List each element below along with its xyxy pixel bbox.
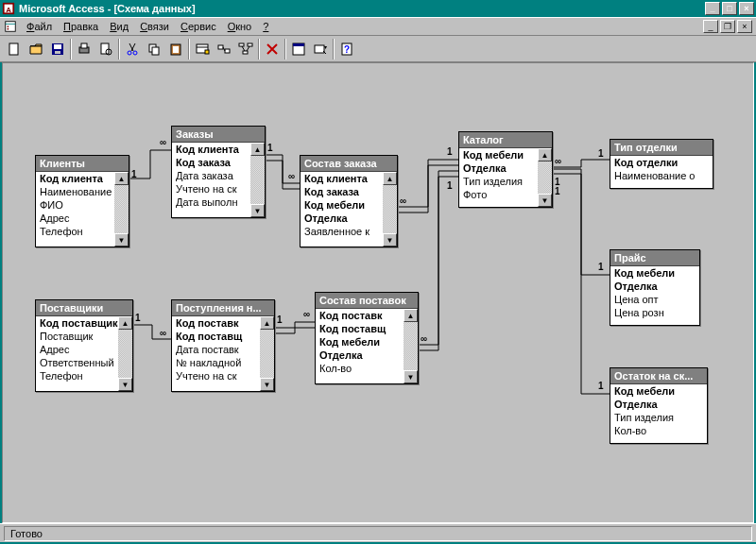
table-field[interactable]: Код отделки — [610, 156, 713, 169]
scroll-down-button[interactable]: ▼ — [260, 378, 274, 391]
help-button[interactable]: ? — [336, 39, 357, 60]
table-field[interactable]: Цена опт — [610, 293, 699, 306]
table-field[interactable]: Код поставк — [316, 309, 404, 322]
scroll-up-button[interactable]: ▲ — [538, 148, 552, 162]
scrollbar[interactable]: ▲▼ — [260, 316, 274, 391]
menu-связи[interactable]: Связи — [134, 19, 175, 34]
mdi-restore-button[interactable]: ❐ — [720, 20, 735, 33]
table-field[interactable]: Код мебели — [316, 335, 404, 348]
table-field[interactable]: Адрес — [36, 343, 118, 356]
db-window-button[interactable] — [288, 39, 309, 60]
scrollbar[interactable]: ▲▼ — [114, 172, 129, 246]
table-field[interactable]: Код мебели — [459, 148, 538, 162]
scrollbar[interactable]: ▲▼ — [538, 148, 552, 207]
table-field[interactable]: Дата поставк — [172, 343, 260, 356]
scroll-up-button[interactable]: ▲ — [260, 316, 274, 330]
new-object-button[interactable] — [310, 39, 331, 60]
scroll-track[interactable] — [118, 330, 132, 378]
show-all-rel-button[interactable] — [235, 39, 256, 60]
scroll-up-button[interactable]: ▲ — [114, 172, 129, 185]
table-field[interactable]: Код мебели — [610, 384, 707, 398]
scrollbar[interactable]: ▲▼ — [118, 316, 132, 391]
close-button[interactable]: × — [739, 2, 754, 15]
table-reccomp[interactable]: Состав поставокКод поставкКод поставщКод… — [315, 292, 419, 384]
minimize-button[interactable]: _ — [705, 2, 720, 15]
scroll-track[interactable] — [250, 156, 265, 204]
table-field[interactable]: Поставщик — [36, 330, 118, 343]
scroll-track[interactable] — [114, 185, 129, 233]
table-title[interactable]: Состав поставок — [316, 293, 418, 309]
menu-сервис[interactable]: Сервис — [175, 19, 222, 34]
scrollbar[interactable]: ▲▼ — [383, 172, 397, 246]
table-field[interactable]: Заявленное к — [301, 225, 383, 238]
table-field[interactable]: Телефон — [36, 225, 114, 238]
mdi-close-button[interactable]: × — [737, 20, 752, 33]
table-field[interactable]: Дата заказа — [172, 169, 250, 182]
scroll-down-button[interactable]: ▼ — [114, 233, 129, 246]
table-remain[interactable]: Остаток на ск...Код мебелиОтделкаТип изд… — [610, 367, 708, 444]
table-field[interactable]: Код клиента — [301, 172, 383, 185]
menu-окно[interactable]: Окно — [222, 19, 258, 34]
scroll-down-button[interactable]: ▼ — [383, 233, 397, 246]
table-field[interactable]: Код мебели — [610, 266, 699, 280]
table-field[interactable]: Код поставщ — [316, 322, 404, 335]
mdi-minimize-button[interactable]: _ — [703, 20, 718, 33]
scroll-track[interactable] — [383, 185, 397, 233]
table-field[interactable]: Код мебели — [301, 198, 383, 212]
table-field[interactable]: Отделка — [610, 280, 699, 293]
table-field[interactable]: Фото — [459, 188, 538, 201]
cut-button[interactable] — [122, 39, 143, 60]
scroll-up-button[interactable]: ▲ — [118, 316, 132, 330]
table-field[interactable]: Учтено на ск — [172, 369, 260, 382]
delete-button[interactable] — [262, 39, 283, 60]
table-field[interactable]: Ответственный — [36, 356, 118, 369]
table-field[interactable]: Дата выполн — [172, 196, 250, 209]
menu-файл[interactable]: Файл — [21, 19, 58, 34]
table-field[interactable]: Тип изделия — [459, 175, 538, 188]
scrollbar[interactable]: ▲▼ — [250, 143, 265, 217]
table-suppliers[interactable]: ПоставщикиКод поставщикаПоставщикАдресОт… — [35, 299, 133, 392]
table-finish[interactable]: Тип отделкиКод отделкиНаименование о — [610, 139, 713, 189]
table-field[interactable]: Наименование — [36, 185, 114, 198]
menu-правка[interactable]: Правка — [58, 19, 104, 34]
table-field[interactable]: Код поставщ — [172, 330, 260, 343]
paste-button[interactable] — [165, 39, 186, 60]
show-table-button[interactable] — [192, 39, 213, 60]
table-title[interactable]: Остаток на ск... — [610, 368, 707, 384]
open-button[interactable] — [26, 39, 46, 60]
new-button[interactable] — [4, 39, 25, 60]
table-field[interactable]: Тип изделия — [610, 411, 707, 424]
table-field[interactable]: Отделка — [610, 398, 707, 411]
table-field[interactable]: Отделка — [301, 212, 383, 225]
table-title[interactable]: Каталог — [459, 132, 552, 148]
table-field[interactable]: Учтено на ск — [172, 182, 250, 196]
scroll-down-button[interactable]: ▼ — [404, 370, 418, 383]
table-field[interactable]: Код клиента — [172, 143, 250, 156]
table-title[interactable]: Прайс — [610, 250, 699, 266]
relationships-canvas[interactable]: КлиентыКод клиентаНаименованиеФИОАдресТе… — [5, 65, 751, 520]
table-field[interactable]: Отделка — [316, 348, 404, 362]
scroll-down-button[interactable]: ▼ — [538, 194, 552, 207]
table-field[interactable]: Кол-во — [610, 424, 707, 437]
table-price[interactable]: ПрайсКод мебелиОтделкаЦена оптЦена розн — [610, 249, 700, 326]
table-orders[interactable]: ЗаказыКод клиентаКод заказаДата заказаУч… — [171, 126, 266, 218]
table-field[interactable]: Код заказа — [172, 156, 250, 169]
table-field[interactable]: ФИО — [36, 198, 114, 212]
table-field[interactable]: Адрес — [36, 212, 114, 225]
print-preview-button[interactable] — [95, 39, 116, 60]
menu-вид[interactable]: Вид — [104, 19, 134, 34]
scrollbar[interactable]: ▲▼ — [404, 309, 418, 383]
table-field[interactable]: Отделка — [459, 162, 538, 175]
scroll-down-button[interactable]: ▼ — [250, 204, 265, 217]
table-receipts[interactable]: Поступления н...Код поставкКод поставщДа… — [171, 299, 275, 392]
copy-button[interactable] — [144, 39, 164, 60]
table-field[interactable]: Цена розн — [610, 306, 699, 319]
table-title[interactable]: Поставщики — [36, 300, 132, 316]
mdi-doc-icon[interactable] — [4, 20, 17, 33]
table-title[interactable]: Состав заказа — [301, 156, 397, 172]
table-field[interactable]: Кол-во — [316, 362, 404, 375]
table-field[interactable]: Код поставщика — [36, 316, 118, 330]
table-title[interactable]: Тип отделки — [610, 140, 713, 156]
scroll-up-button[interactable]: ▲ — [250, 143, 265, 156]
print-button[interactable] — [74, 39, 94, 60]
